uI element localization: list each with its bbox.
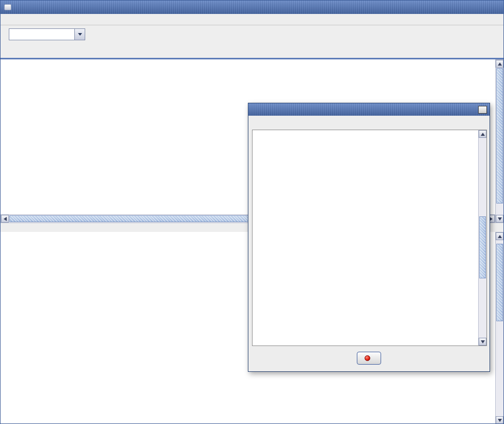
- scroll-down-button[interactable]: [496, 416, 503, 424]
- window-titlebar[interactable]: [1, 1, 503, 14]
- history-scrollbar[interactable]: [478, 130, 486, 346]
- region-name-line: [253, 120, 490, 127]
- app-icon: [4, 4, 11, 10]
- region-resource-history-dialog: [248, 103, 490, 372]
- dialog-titlebar[interactable]: [248, 103, 490, 116]
- lower-v-scrollbar-thumb[interactable]: [496, 244, 503, 321]
- dataset-toolbar: [1, 25, 503, 43]
- triangle-down-icon: [498, 217, 502, 221]
- scroll-left-button[interactable]: [1, 215, 9, 223]
- combo-arrow-button[interactable]: [74, 29, 85, 40]
- tab-bar: [1, 43, 503, 59]
- scroll-up-button[interactable]: [496, 60, 503, 68]
- main-v-scrollbar-thumb[interactable]: [496, 68, 503, 203]
- chevron-down-icon: [78, 33, 82, 36]
- history-table-viewport: [252, 130, 487, 346]
- triangle-up-icon: [498, 62, 502, 66]
- dialog-button-row: [248, 352, 490, 365]
- triangle-up-icon: [498, 235, 502, 238]
- scroll-up-button[interactable]: [479, 130, 486, 138]
- menu-bar: [1, 14, 503, 25]
- history-scrollbar-thumb[interactable]: [479, 216, 486, 278]
- dataset-combobox[interactable]: [9, 28, 85, 40]
- scroll-down-button[interactable]: [496, 215, 503, 223]
- main-v-scrollbar[interactable]: [495, 59, 504, 223]
- triangle-up-icon: [481, 133, 485, 136]
- triangle-down-icon: [481, 340, 485, 343]
- dialog-close-button[interactable]: [478, 106, 487, 114]
- triangle-down-icon: [498, 419, 502, 422]
- lower-v-scrollbar[interactable]: [495, 232, 504, 424]
- close-button[interactable]: [357, 352, 381, 365]
- scroll-up-button[interactable]: [496, 232, 503, 240]
- triangle-left-icon: [4, 217, 7, 221]
- red-circle-icon: [365, 355, 370, 361]
- app-window: [0, 0, 504, 424]
- scroll-down-button[interactable]: [479, 338, 486, 346]
